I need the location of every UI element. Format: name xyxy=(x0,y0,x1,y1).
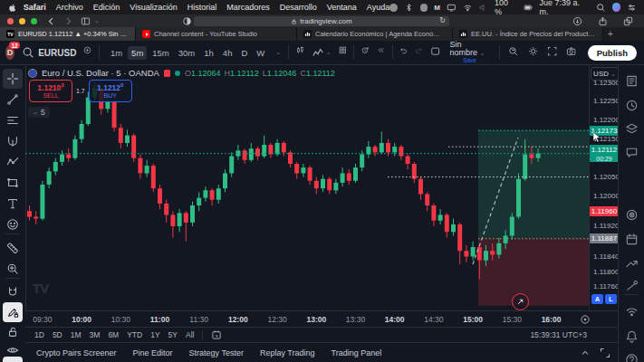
indicators-button[interactable]: ⌄ xyxy=(312,46,332,59)
alert-add-icon[interactable] xyxy=(361,46,370,59)
timeframe-4h[interactable]: 4h xyxy=(219,46,236,60)
timeframe-5m[interactable]: 5m xyxy=(128,46,147,60)
volume-icon[interactable] xyxy=(478,3,488,13)
object-link-tool[interactable] xyxy=(3,357,23,362)
price-badge-last-price[interactable]: 1.1211200:29 xyxy=(590,145,619,162)
go-to-date-icon[interactable] xyxy=(211,329,222,340)
timeframe-chevron-icon[interactable]: ⌄ xyxy=(275,49,281,56)
timeframe-D[interactable]: D xyxy=(237,46,251,60)
layout-thumbnail-icon[interactable] xyxy=(430,46,440,59)
browser-tab-1[interactable]: TVEURUSD 1.12112 ▲ +0.34% Sin nombre xyxy=(0,27,136,41)
address-bar[interactable]: tradingview.com ↻ xyxy=(194,16,449,26)
range-ytd[interactable]: YTD xyxy=(127,330,142,339)
rectangle-tool[interactable] xyxy=(3,173,23,193)
notifications-icon[interactable] xyxy=(623,328,639,344)
spotlight-icon[interactable] xyxy=(596,3,606,13)
settings-gear-icon[interactable] xyxy=(528,46,538,59)
go-to-realtime-icon[interactable] xyxy=(580,314,591,325)
chat-icon[interactable] xyxy=(623,144,639,160)
alerts-icon[interactable] xyxy=(623,97,639,113)
app-status-icon[interactable] xyxy=(389,4,398,12)
menu-item-historial[interactable]: Historial xyxy=(187,3,217,12)
forward-button[interactable] xyxy=(63,16,73,26)
menu-item-visualización[interactable]: Visualización xyxy=(130,3,177,12)
time-axis[interactable]: 09:3010:0010:3011:0011:3012:0012:3013:00… xyxy=(25,310,618,328)
save-layout-link[interactable]: Save xyxy=(463,58,476,64)
menu-item-edición[interactable]: Edición xyxy=(93,3,120,12)
horizontal-line-tool[interactable] xyxy=(3,110,23,130)
share-icon[interactable] xyxy=(598,16,608,26)
auto-scale-button[interactable]: A xyxy=(591,294,603,304)
footer-tab-strategy-tester[interactable]: Strategy Tester xyxy=(189,348,244,357)
range-3m[interactable]: 3M xyxy=(90,330,101,339)
sell-button[interactable]: 1.12103 SELL xyxy=(29,80,72,102)
snapshot-camera-icon[interactable] xyxy=(566,46,576,59)
display-icon[interactable] xyxy=(447,3,457,13)
log-scale-button[interactable]: L xyxy=(605,294,617,304)
chart-style-icon[interactable] xyxy=(296,46,304,59)
browser-tab-4[interactable]: EE.UU. - Índice de Precios del Productor… xyxy=(453,27,603,41)
footer-tab-replay-trading[interactable]: Replay Trading xyxy=(260,348,315,357)
zoom-in-tool[interactable] xyxy=(3,259,23,279)
menu-item-safari[interactable]: Safari xyxy=(24,3,46,12)
streams-icon[interactable] xyxy=(623,302,639,319)
replay-icon[interactable] xyxy=(377,46,385,59)
zoom-window-button[interactable] xyxy=(31,18,37,24)
minimize-window-button[interactable] xyxy=(19,18,25,24)
app-status-icon-2[interactable] xyxy=(420,4,428,12)
pattern-tool[interactable] xyxy=(3,152,23,172)
buy-button[interactable]: 1.12120 BUY xyxy=(89,80,132,102)
timeframe-30m[interactable]: 30m xyxy=(175,46,198,60)
range-5d[interactable]: 5D xyxy=(53,330,62,339)
layout-grid-icon[interactable] xyxy=(339,46,347,59)
downloads-icon[interactable] xyxy=(572,16,582,26)
publish-button[interactable]: Publish xyxy=(588,45,637,61)
privacy-shield-icon[interactable] xyxy=(182,16,192,26)
chart-pane[interactable]: Euro / U.S. Dollar · 5 · OANDA O1.12064H… xyxy=(25,65,589,310)
sidebar-chevron-icon[interactable]: ⌄ xyxy=(94,17,100,24)
price-badge-entry[interactable]: 1.11887 xyxy=(590,233,619,243)
calendar-icon[interactable] xyxy=(623,231,639,247)
magnet-tool[interactable] xyxy=(3,282,23,302)
clock-utc-label[interactable]: 15:39:31 UTC+3 xyxy=(530,330,587,339)
menu-item-ayuda[interactable]: Ayuda xyxy=(367,3,389,12)
timeframe-15m[interactable]: 15m xyxy=(149,46,172,60)
emoji-tool[interactable] xyxy=(3,214,23,234)
timeframe-1h[interactable]: 1h xyxy=(200,46,217,60)
apple-menu-icon[interactable] xyxy=(7,3,17,13)
currency-toggle-button[interactable]: USD ⌄ xyxy=(591,67,619,81)
layers-icon[interactable] xyxy=(623,120,639,137)
layout-name-menu[interactable]: Sin nombre ⌄ Save xyxy=(450,41,490,64)
range-5y[interactable]: 5Y xyxy=(168,330,178,339)
range-6m[interactable]: 6M xyxy=(108,330,119,339)
menu-item-desarrollo[interactable]: Desarrollo xyxy=(280,3,317,12)
price-axis[interactable]: 1.123001.122501.122001.121501.120501.120… xyxy=(589,65,619,310)
ideas-icon[interactable] xyxy=(623,254,639,271)
help-icon[interactable] xyxy=(623,351,639,362)
wifi-icon[interactable] xyxy=(463,3,473,13)
footer-tab-pine-editor[interactable]: Pine Editor xyxy=(133,348,173,357)
menu-item-marcadores[interactable]: Marcadores xyxy=(226,3,270,12)
malwarebytes-icon[interactable]: M xyxy=(434,4,440,12)
reload-icon[interactable]: ↻ xyxy=(439,16,446,24)
indicator-collapsed-row[interactable]: ⌄ 5 xyxy=(28,107,50,118)
range-1m[interactable]: 1M xyxy=(71,330,82,339)
quick-search-icon[interactable] xyxy=(508,46,518,59)
text-tool[interactable] xyxy=(3,194,23,214)
control-center-icon[interactable] xyxy=(627,3,637,13)
timeframe-1m[interactable]: 1m xyxy=(107,46,126,60)
browser-tab-2[interactable]: Channel content - YouTube Studio xyxy=(136,27,297,41)
user-avatar[interactable]: D 12 xyxy=(5,45,14,60)
menu-item-ventana[interactable]: Ventana xyxy=(327,3,357,12)
replay-jump-icon[interactable] xyxy=(512,293,529,310)
redo-icon[interactable] xyxy=(415,46,423,59)
ruler-tool[interactable] xyxy=(3,238,23,258)
siri-icon[interactable] xyxy=(612,3,621,12)
browser-tab-3[interactable]: Calendario Económico | Agenda Económica … xyxy=(297,27,453,41)
range-all[interactable]: All xyxy=(186,330,194,339)
panel-collapse-chevron-icon[interactable] xyxy=(580,348,591,358)
symbol-title[interactable]: Euro / U.S. Dollar · 5 · OANDA xyxy=(42,68,159,78)
bluetooth-icon[interactable] xyxy=(404,3,414,13)
fullscreen-icon[interactable] xyxy=(547,46,557,59)
hotlists-icon[interactable] xyxy=(623,206,639,223)
